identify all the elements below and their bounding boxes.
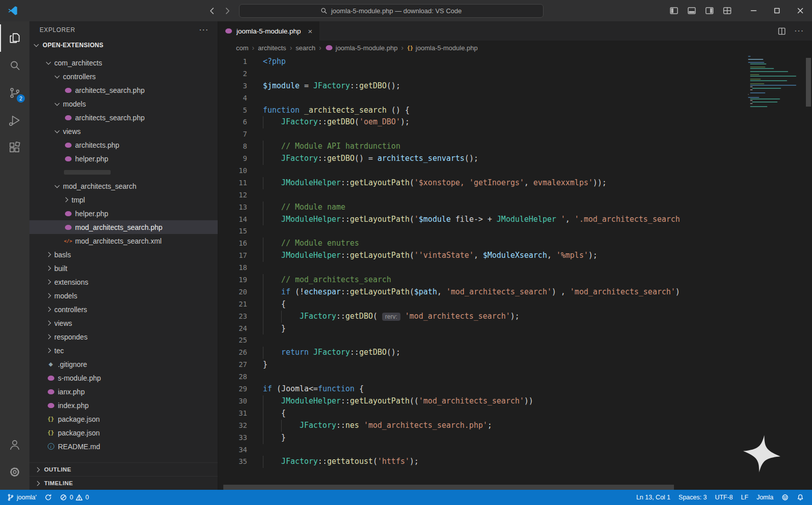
tree-file-item[interactable]: iREADME.md: [29, 440, 218, 453]
workspace-root-header[interactable]: OPEN-EXTENSIONS: [29, 39, 218, 52]
code-line[interactable]: 13// Module name: [218, 201, 746, 214]
tree-file-item[interactable]: index.php: [29, 398, 218, 412]
tree-file-item[interactable]: {}package.json: [29, 412, 218, 426]
forward-button[interactable]: [223, 7, 232, 15]
breadcrumb-item[interactable]: joomla-5-module.php: [325, 44, 397, 52]
tree-file-item[interactable]: helper.php: [29, 152, 218, 165]
breadcrumb-item[interactable]: com: [236, 44, 249, 52]
tree-folder-item[interactable]: com_architects: [29, 56, 218, 70]
code-line[interactable]: 35JFactory::gettatoust('httfs');: [218, 456, 746, 468]
code-line[interactable]: 4: [218, 92, 746, 105]
tree-folder-item[interactable]: views: [29, 316, 218, 330]
code-editor[interactable]: 1<?php23$jmodule = JFactory::getDBO();45…: [218, 55, 812, 490]
tree-folder-item[interactable]: models: [29, 97, 218, 111]
code-line[interactable]: 26return JFactory::getDBO();: [218, 347, 746, 359]
code-line[interactable]: 28: [218, 371, 746, 383]
activity-run-debug[interactable]: [0, 107, 29, 134]
code-line[interactable]: 24}: [218, 323, 746, 335]
code-line[interactable]: 17JModuleHelper::getLayoutPath(''vintaSt…: [218, 250, 746, 262]
back-button[interactable]: [208, 7, 216, 15]
tree-folder-item[interactable]: basls: [29, 248, 218, 261]
code-line[interactable]: 29if (Joomla<=function {: [218, 383, 746, 395]
code-line[interactable]: 25: [218, 334, 746, 347]
close-tab-icon[interactable]: ×: [308, 27, 313, 36]
code-line[interactable]: 2: [218, 68, 746, 80]
tree-folder-item[interactable]: built: [29, 261, 218, 275]
code-line[interactable]: 19// mod_architects_search: [218, 274, 746, 286]
scrollbar-thumb[interactable]: [806, 58, 811, 107]
code-line[interactable]: 31{: [218, 408, 746, 420]
breadcrumb-item[interactable]: {}joomla-5-module.php: [407, 44, 478, 52]
code-line[interactable]: 33}: [218, 432, 746, 444]
code-line[interactable]: 16// Module enutres: [218, 238, 746, 250]
code-line[interactable]: 10: [218, 165, 746, 177]
tree-file-item[interactable]: ianx.php: [29, 385, 218, 398]
git-branch-status[interactable]: joomla': [3, 494, 41, 501]
timeline-section[interactable]: TIMELINE: [29, 476, 218, 490]
more-actions-icon[interactable]: ···: [199, 25, 209, 35]
tree-file-item[interactable]: architects_search.php: [29, 83, 218, 97]
activity-account[interactable]: [0, 431, 29, 458]
horizontal-scrollbar[interactable]: [218, 485, 746, 490]
activity-explorer[interactable]: [0, 24, 29, 52]
tree-folder-item[interactable]: views: [29, 124, 218, 138]
code-line[interactable]: 30JModuleHelper::getLayoutPath(('mod_arc…: [218, 395, 746, 408]
scrollbar-thumb[interactable]: [223, 485, 674, 490]
tree-folder-item[interactable]: mod_architects_search: [29, 179, 218, 193]
toggle-secondary-sidebar-icon[interactable]: [705, 6, 714, 15]
editor-more-actions-icon[interactable]: ···: [794, 26, 804, 36]
code-line[interactable]: 1<?php: [218, 56, 746, 68]
copilot-sparkle-icon[interactable]: [743, 435, 781, 473]
breadcrumb-item[interactable]: search: [296, 44, 316, 52]
code-line[interactable]: 21{: [218, 298, 746, 311]
tree-file-item[interactable]: ◆.gitignore: [29, 357, 218, 371]
code-line[interactable]: 9JFactory::getDBO() = architects_senvart…: [218, 153, 746, 165]
toggle-panel-icon[interactable]: [687, 6, 696, 15]
code-line[interactable]: 11JModuleHelper::getLayoutPath('$xonstop…: [218, 177, 746, 189]
tree-file-item[interactable]: helper.php: [29, 207, 218, 220]
code-line[interactable]: 23JFactory::getDBO( rerv: 'mod_architect…: [218, 311, 746, 323]
tree-file-item[interactable]: {}package.json: [29, 426, 218, 440]
code-line[interactable]: 12: [218, 189, 746, 201]
toggle-sidebar-icon[interactable]: [669, 6, 679, 15]
status-cursor-position[interactable]: Ln 13, Col 1: [632, 494, 674, 501]
breadcrumb-item[interactable]: architects: [258, 44, 286, 52]
status-indentation[interactable]: Spaces: 3: [674, 494, 711, 501]
tree-file-item[interactable]: architects_search.php: [29, 111, 218, 124]
tree-file-item[interactable]: s-module.php: [29, 371, 218, 385]
tree-folder-item[interactable]: tmpl: [29, 193, 218, 207]
status-language-mode[interactable]: Jomla: [753, 494, 777, 501]
activity-settings[interactable]: [0, 458, 29, 486]
code-line[interactable]: 20if (!echespar::getLayoutPath($path, 'm…: [218, 286, 746, 298]
activity-extensions[interactable]: [0, 134, 29, 161]
vertical-scrollbar[interactable]: [805, 55, 812, 490]
code-line[interactable]: 6JFactory::getDBO('oem_DBO');: [218, 116, 746, 128]
tree-folder-item[interactable]: respondes: [29, 330, 218, 344]
code-line[interactable]: 27}: [218, 359, 746, 371]
code-line[interactable]: 5function _architects_search () {: [218, 105, 746, 117]
tree-file-item[interactable]: architects.php: [29, 138, 218, 152]
tree-folder-item[interactable]: extensions: [29, 275, 218, 289]
status-encoding[interactable]: UTF-8: [711, 494, 737, 501]
tree-folder-item[interactable]: controllers: [29, 302, 218, 316]
outline-section[interactable]: OUTLINE: [29, 462, 218, 476]
problems-status[interactable]: 00: [56, 494, 93, 501]
code-line[interactable]: 14JModuleHelper::getLayoutPath('$module …: [218, 214, 746, 226]
code-line[interactable]: 32JFactory::nes 'mod_architects_search.p…: [218, 420, 746, 432]
close-button[interactable]: [789, 0, 812, 21]
customize-layout-icon[interactable]: [723, 6, 732, 15]
command-center[interactable]: joomla-5-module.php — download: VS Code: [239, 4, 544, 18]
code-line[interactable]: 18: [218, 262, 746, 274]
code-line[interactable]: 15: [218, 225, 746, 238]
tree-file-item[interactable]: mod_architects_search.php: [29, 220, 218, 234]
code-line[interactable]: 7: [218, 128, 746, 141]
activity-source-control[interactable]: 2: [0, 79, 29, 107]
notifications-bell-icon[interactable]: [793, 494, 808, 501]
code-line[interactable]: 8// Module API hatrdunction: [218, 141, 746, 153]
minimize-button[interactable]: [742, 0, 765, 21]
split-editor-icon[interactable]: [777, 27, 786, 36]
status-eol[interactable]: LF: [737, 494, 753, 501]
feedback-smiley-icon[interactable]: [777, 494, 793, 501]
code-line[interactable]: 34: [218, 444, 746, 456]
code-line[interactable]: 3$jmodule = JFactory::getDBO();: [218, 80, 746, 92]
